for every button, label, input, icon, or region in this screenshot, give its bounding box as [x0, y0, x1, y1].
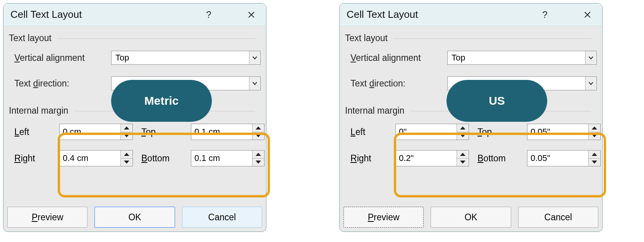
margin-left-label: Left — [14, 127, 59, 137]
vertical-alignment-value: Top — [112, 53, 249, 63]
spin-up-icon[interactable] — [589, 150, 600, 159]
margin-top-spinner[interactable]: 0.1 cm — [191, 124, 264, 140]
text-direction-label: Text direction: — [350, 78, 447, 89]
row-vertical-alignment: Vertical alignment Top — [340, 45, 602, 71]
titlebar: Cell Text Layout ? — [340, 3, 602, 26]
help-icon: ? — [542, 10, 547, 19]
margin-right-value[interactable]: 0.4 cm — [60, 150, 120, 166]
margin-left-spinner[interactable]: 0" — [395, 124, 469, 140]
spin-down-icon[interactable] — [252, 132, 264, 140]
margin-top-label: Top — [141, 127, 191, 137]
margin-left-spinner[interactable]: 0 cm — [59, 124, 133, 140]
spin-down-icon[interactable] — [457, 159, 469, 166]
margin-right-label: Right — [350, 153, 395, 164]
ok-button[interactable]: OK — [431, 207, 511, 228]
margin-top-value[interactable]: 0.05" — [527, 124, 588, 140]
vertical-alignment-label: Vertical alignment — [14, 53, 111, 63]
margin-grid: Left 0 cm Top 0.1 cm Right 0.4 cm Bottom… — [14, 118, 261, 172]
divider — [394, 38, 591, 39]
cancel-button[interactable]: Cancel — [182, 207, 262, 228]
text-direction-label: Text direction: — [14, 78, 111, 89]
close-icon — [584, 11, 591, 19]
spin-down-icon[interactable] — [589, 159, 600, 166]
margin-bottom-label: Bottom — [141, 153, 191, 164]
help-button[interactable]: ? — [201, 7, 216, 22]
margin-top-label: Top — [477, 127, 527, 137]
titlebar: Cell Text Layout ? — [3, 3, 266, 26]
section-text-layout: Text layout — [3, 26, 266, 45]
margin-bottom-value[interactable]: 0.1 cm — [191, 150, 252, 166]
spin-up-icon[interactable] — [252, 150, 264, 159]
vertical-alignment-combo[interactable]: Top — [111, 51, 261, 65]
margin-grid: Left 0" Top 0.05" Right 0.2" Bottom 0.05… — [350, 118, 598, 172]
margin-left-label: Left — [350, 127, 395, 137]
ok-button[interactable]: OK — [94, 207, 175, 228]
help-icon: ? — [206, 10, 211, 19]
margin-right-value[interactable]: 0.2" — [396, 150, 457, 166]
spin-down-icon[interactable] — [589, 132, 600, 140]
margin-bottom-value[interactable]: 0.05" — [527, 150, 588, 166]
margin-top-value[interactable]: 0.1 cm — [191, 124, 252, 140]
dialog-cell-text-layout-us: Cell Text Layout ? Text layout Vertical … — [339, 3, 603, 232]
button-row: Preview OK Cancel — [343, 207, 598, 228]
preview-button[interactable]: Preview — [7, 207, 88, 228]
dialog-title: Cell Text Layout — [347, 9, 418, 21]
chevron-down-icon[interactable] — [585, 77, 596, 90]
preview-button[interactable]: Preview — [343, 207, 424, 228]
annotation-badge: US — [447, 80, 547, 122]
margin-bottom-spinner[interactable]: 0.1 cm — [191, 150, 264, 166]
spin-up-icon[interactable] — [121, 124, 132, 132]
margin-right-label: Right — [14, 153, 59, 164]
chevron-down-icon[interactable] — [249, 51, 260, 64]
spin-down-icon[interactable] — [252, 159, 264, 166]
row-vertical-alignment: Vertical alignment Top — [3, 45, 266, 71]
spin-down-icon[interactable] — [457, 132, 469, 140]
margin-right-spinner[interactable]: 0.2" — [395, 150, 469, 166]
spin-down-icon[interactable] — [121, 159, 132, 166]
chevron-down-icon[interactable] — [249, 77, 260, 90]
button-row: Preview OK Cancel — [7, 207, 262, 228]
vertical-alignment-label: Vertical alignment — [350, 53, 447, 63]
help-button[interactable]: ? — [537, 7, 553, 22]
spin-up-icon[interactable] — [589, 124, 600, 132]
divider — [58, 38, 255, 39]
margin-bottom-label: Bottom — [477, 153, 527, 164]
spin-down-icon[interactable] — [121, 132, 132, 140]
close-icon — [247, 11, 255, 19]
spin-up-icon[interactable] — [252, 124, 264, 132]
close-button[interactable] — [244, 7, 259, 22]
spin-up-icon[interactable] — [457, 124, 469, 132]
margin-left-value[interactable]: 0 cm — [60, 124, 120, 140]
dialog-title: Cell Text Layout — [10, 9, 82, 21]
margin-bottom-spinner[interactable]: 0.05" — [527, 150, 601, 166]
section-text-layout: Text layout — [340, 26, 602, 45]
vertical-alignment-value: Top — [448, 53, 585, 63]
close-button[interactable] — [580, 7, 595, 22]
chevron-down-icon[interactable] — [585, 51, 596, 64]
margin-left-value[interactable]: 0" — [396, 124, 457, 140]
annotation-badge: Metric — [111, 80, 212, 122]
spin-up-icon[interactable] — [457, 150, 469, 159]
cancel-button[interactable]: Cancel — [518, 207, 598, 228]
margin-top-spinner[interactable]: 0.05" — [527, 124, 601, 140]
spin-up-icon[interactable] — [121, 150, 132, 159]
dialog-cell-text-layout-metric: Cell Text Layout ? Text layout Vertical … — [3, 3, 266, 232]
vertical-alignment-combo[interactable]: Top — [447, 51, 597, 65]
margin-right-spinner[interactable]: 0.4 cm — [59, 150, 133, 166]
